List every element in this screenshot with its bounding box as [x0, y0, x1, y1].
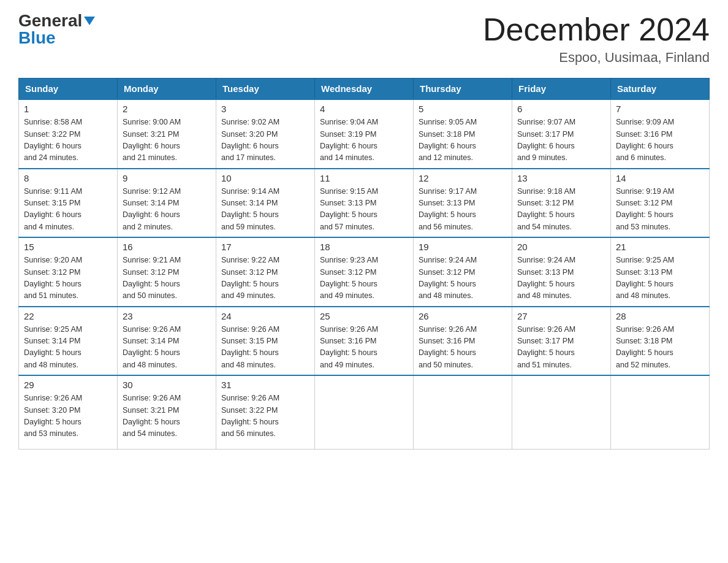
day-number: 21	[616, 242, 704, 252]
day-number: 26	[419, 311, 507, 321]
day-info: Sunrise: 9:14 AMSunset: 3:14 PMDaylight:…	[221, 186, 309, 234]
day-number: 11	[320, 173, 408, 183]
day-cell: 20Sunrise: 9:24 AMSunset: 3:13 PMDayligh…	[512, 237, 611, 307]
day-cell: 15Sunrise: 9:20 AMSunset: 3:12 PMDayligh…	[19, 237, 118, 307]
day-info: Sunrise: 9:26 AMSunset: 3:18 PMDaylight:…	[616, 324, 704, 372]
day-number: 4	[320, 104, 408, 114]
day-info: Sunrise: 9:25 AMSunset: 3:14 PMDaylight:…	[24, 324, 112, 372]
day-number: 8	[24, 173, 112, 183]
day-cell: 2Sunrise: 9:00 AMSunset: 3:21 PMDaylight…	[118, 99, 216, 169]
day-number: 22	[24, 311, 112, 321]
header-cell-wednesday: Wednesday	[315, 79, 414, 100]
page-header: General Blue December 2024 Espoo, Uusima…	[18, 12, 710, 66]
day-cell: 22Sunrise: 9:25 AMSunset: 3:14 PMDayligh…	[19, 307, 118, 376]
day-number: 28	[616, 311, 704, 321]
week-row-0: 1Sunrise: 8:58 AMSunset: 3:22 PMDaylight…	[19, 99, 710, 169]
day-info: Sunrise: 9:24 AMSunset: 3:13 PMDaylight:…	[517, 255, 605, 302]
day-number: 3	[221, 104, 309, 114]
day-number: 7	[616, 104, 704, 114]
day-cell: 12Sunrise: 9:17 AMSunset: 3:13 PMDayligh…	[414, 169, 512, 238]
day-cell: 3Sunrise: 9:02 AMSunset: 3:20 PMDaylight…	[216, 99, 315, 169]
day-number: 31	[221, 380, 309, 390]
day-number: 27	[517, 311, 605, 321]
day-info: Sunrise: 9:00 AMSunset: 3:21 PMDaylight:…	[123, 117, 211, 164]
day-cell: 30Sunrise: 9:26 AMSunset: 3:21 PMDayligh…	[118, 375, 216, 449]
day-info: Sunrise: 9:19 AMSunset: 3:12 PMDaylight:…	[616, 186, 704, 234]
day-number: 1	[24, 104, 112, 114]
header-cell-tuesday: Tuesday	[216, 79, 315, 100]
day-cell: 21Sunrise: 9:25 AMSunset: 3:13 PMDayligh…	[611, 237, 710, 307]
day-cell: 5Sunrise: 9:05 AMSunset: 3:18 PMDaylight…	[414, 99, 512, 169]
title-section: December 2024 Espoo, Uusimaa, Finland	[483, 12, 710, 66]
day-cell: 6Sunrise: 9:07 AMSunset: 3:17 PMDaylight…	[512, 99, 611, 169]
header-cell-saturday: Saturday	[611, 79, 710, 100]
day-cell: 17Sunrise: 9:22 AMSunset: 3:12 PMDayligh…	[216, 237, 315, 307]
day-number: 15	[24, 242, 112, 252]
day-cell: 4Sunrise: 9:04 AMSunset: 3:19 PMDaylight…	[315, 99, 414, 169]
day-number: 13	[517, 173, 605, 183]
day-cell: 19Sunrise: 9:24 AMSunset: 3:12 PMDayligh…	[414, 237, 512, 307]
day-number: 19	[419, 242, 507, 252]
day-info: Sunrise: 9:02 AMSunset: 3:20 PMDaylight:…	[221, 117, 309, 164]
header-cell-friday: Friday	[512, 79, 611, 100]
day-cell: 9Sunrise: 9:12 AMSunset: 3:14 PMDaylight…	[118, 169, 216, 238]
day-info: Sunrise: 9:26 AMSunset: 3:14 PMDaylight:…	[123, 324, 211, 372]
day-info: Sunrise: 9:17 AMSunset: 3:13 PMDaylight:…	[419, 186, 507, 234]
day-cell	[611, 375, 710, 449]
day-info: Sunrise: 9:21 AMSunset: 3:12 PMDaylight:…	[123, 255, 211, 302]
day-info: Sunrise: 9:23 AMSunset: 3:12 PMDaylight:…	[320, 255, 408, 302]
day-cell: 16Sunrise: 9:21 AMSunset: 3:12 PMDayligh…	[118, 237, 216, 307]
day-number: 30	[123, 380, 211, 390]
day-cell: 7Sunrise: 9:09 AMSunset: 3:16 PMDaylight…	[611, 99, 710, 169]
day-number: 16	[123, 242, 211, 252]
day-cell: 31Sunrise: 9:26 AMSunset: 3:22 PMDayligh…	[216, 375, 315, 449]
day-info: Sunrise: 9:05 AMSunset: 3:18 PMDaylight:…	[419, 117, 507, 164]
calendar-subtitle: Espoo, Uusimaa, Finland	[483, 50, 710, 66]
day-number: 24	[221, 311, 309, 321]
day-number: 10	[221, 173, 309, 183]
day-info: Sunrise: 9:25 AMSunset: 3:13 PMDaylight:…	[616, 255, 704, 302]
day-info: Sunrise: 9:07 AMSunset: 3:17 PMDaylight:…	[517, 117, 605, 164]
week-row-3: 22Sunrise: 9:25 AMSunset: 3:14 PMDayligh…	[19, 307, 710, 376]
day-info: Sunrise: 9:15 AMSunset: 3:13 PMDaylight:…	[320, 186, 408, 234]
day-info: Sunrise: 9:26 AMSunset: 3:20 PMDaylight:…	[24, 393, 112, 440]
logo: General Blue	[18, 12, 95, 47]
day-info: Sunrise: 8:58 AMSunset: 3:22 PMDaylight:…	[24, 117, 112, 164]
day-number: 14	[616, 173, 704, 183]
day-info: Sunrise: 9:26 AMSunset: 3:21 PMDaylight:…	[123, 393, 211, 440]
day-cell	[512, 375, 611, 449]
day-info: Sunrise: 9:09 AMSunset: 3:16 PMDaylight:…	[616, 117, 704, 164]
day-cell: 8Sunrise: 9:11 AMSunset: 3:15 PMDaylight…	[19, 169, 118, 238]
header-row: SundayMondayTuesdayWednesdayThursdayFrid…	[19, 79, 710, 100]
day-cell: 25Sunrise: 9:26 AMSunset: 3:16 PMDayligh…	[315, 307, 414, 376]
header-cell-thursday: Thursday	[414, 79, 512, 100]
day-info: Sunrise: 9:12 AMSunset: 3:14 PMDaylight:…	[123, 186, 211, 234]
day-cell: 10Sunrise: 9:14 AMSunset: 3:14 PMDayligh…	[216, 169, 315, 238]
day-number: 5	[419, 104, 507, 114]
logo-triangle-icon	[84, 17, 95, 28]
day-cell: 27Sunrise: 9:26 AMSunset: 3:17 PMDayligh…	[512, 307, 611, 376]
day-cell: 14Sunrise: 9:19 AMSunset: 3:12 PMDayligh…	[611, 169, 710, 238]
logo-general-text: General	[18, 12, 82, 29]
day-info: Sunrise: 9:26 AMSunset: 3:16 PMDaylight:…	[320, 324, 408, 372]
day-info: Sunrise: 9:20 AMSunset: 3:12 PMDaylight:…	[24, 255, 112, 302]
day-cell: 26Sunrise: 9:26 AMSunset: 3:16 PMDayligh…	[414, 307, 512, 376]
day-number: 18	[320, 242, 408, 252]
logo-general-line: General	[18, 12, 95, 29]
day-number: 23	[123, 311, 211, 321]
calendar-table: SundayMondayTuesdayWednesdayThursdayFrid…	[18, 78, 710, 450]
calendar-title: December 2024	[483, 12, 710, 47]
day-cell: 24Sunrise: 9:26 AMSunset: 3:15 PMDayligh…	[216, 307, 315, 376]
calendar-header: SundayMondayTuesdayWednesdayThursdayFrid…	[19, 79, 710, 100]
week-row-2: 15Sunrise: 9:20 AMSunset: 3:12 PMDayligh…	[19, 237, 710, 307]
day-number: 12	[419, 173, 507, 183]
day-number: 29	[24, 380, 112, 390]
day-info: Sunrise: 9:26 AMSunset: 3:17 PMDaylight:…	[517, 324, 605, 372]
day-cell	[414, 375, 512, 449]
day-cell: 1Sunrise: 8:58 AMSunset: 3:22 PMDaylight…	[19, 99, 118, 169]
day-cell: 23Sunrise: 9:26 AMSunset: 3:14 PMDayligh…	[118, 307, 216, 376]
day-cell	[315, 375, 414, 449]
day-number: 2	[123, 104, 211, 114]
calendar-body: 1Sunrise: 8:58 AMSunset: 3:22 PMDaylight…	[19, 99, 710, 449]
day-info: Sunrise: 9:04 AMSunset: 3:19 PMDaylight:…	[320, 117, 408, 164]
